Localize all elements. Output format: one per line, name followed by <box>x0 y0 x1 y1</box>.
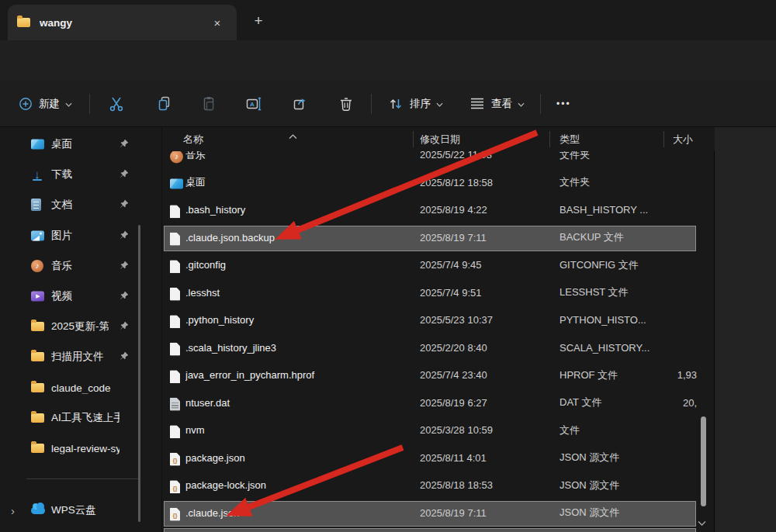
navigation-bar: ← → ↑ ›此电脑›本地磁盘 (C:)›用户›wangy› <box>0 40 776 81</box>
sidebar-item-icon <box>31 444 44 453</box>
file-icon <box>170 205 180 218</box>
scroll-down-icon[interactable] <box>698 515 706 529</box>
column-separator[interactable] <box>663 131 664 147</box>
sidebar-item[interactable]: 扫描用文件 <box>0 343 137 371</box>
file-row[interactable]: java_error_in_pycharm.hprof 2025/7/4 23:… <box>164 363 696 391</box>
file-row[interactable]: .claude.json 2025/8/19 7:11 JSON 源文件 <box>164 501 696 529</box>
sidebar-item-icon <box>31 352 44 361</box>
cut-button[interactable] <box>101 90 132 118</box>
file-row[interactable]: .gitconfig 2025/7/4 9:45 GITCONFIG 文件 <box>164 253 696 281</box>
file-row[interactable]: .bash_history 2025/8/19 4:22 BASH_HISTOR… <box>164 198 696 226</box>
file-list-scrollbar[interactable] <box>701 416 706 506</box>
sidebar-item-icon <box>31 140 44 150</box>
file-row[interactable]: .python_history 2025/5/23 10:37 PYTHON_H… <box>164 308 696 336</box>
command-toolbar: 新建 A 排序 查看 <box>0 81 776 127</box>
file-icon <box>170 453 180 466</box>
column-separator[interactable] <box>549 131 550 147</box>
sidebar-item[interactable]: claude_code <box>0 374 137 402</box>
file-row[interactable]: .claude.json.backup 2025/8/19 7:11 BACKU… <box>164 226 696 254</box>
folder-icon <box>17 18 30 27</box>
file-size <box>629 473 697 497</box>
column-header-name[interactable]: 名称 <box>183 127 203 151</box>
file-row[interactable]: package.json 2025/8/11 4:01 JSON 源文件 <box>164 446 696 474</box>
file-date: 2025/7/4 9:51 <box>420 281 552 305</box>
file-date: 2025/8/11 4:01 <box>420 446 552 470</box>
sidebar-item-icon <box>31 322 44 331</box>
sidebar-item[interactable]: 桌面 <box>0 130 137 158</box>
sidebar-item[interactable]: 图片 <box>0 222 137 250</box>
file-row[interactable]: 桌面 2025/8/12 18:58 文件夹 <box>164 171 696 199</box>
sidebar-item-icon <box>31 383 44 392</box>
file-icon <box>170 370 180 383</box>
sidebar-item-icon <box>31 260 43 272</box>
view-button[interactable]: 查看 <box>463 90 531 118</box>
new-button-label: 新建 <box>39 97 60 111</box>
paste-button[interactable] <box>193 90 224 118</box>
sidebar-item[interactable]: AI工具飞速上手 <box>0 404 137 432</box>
file-row[interactable]: nvm 2025/3/28 10:59 文件 <box>164 418 696 446</box>
main-content: › WPS云盘 桌面 下载 文档 图片 音乐 视频 2025更新-第 扫 <box>0 127 776 532</box>
view-button-label: 查看 <box>491 97 512 111</box>
sidebar-item-wps-cloud[interactable]: › WPS云盘 <box>0 496 147 524</box>
copy-button[interactable] <box>149 90 180 118</box>
file-size <box>629 226 697 250</box>
new-tab-button[interactable]: + <box>248 11 268 31</box>
view-icon <box>469 98 485 110</box>
file-name: .scala_history_jline3 <box>185 336 411 360</box>
pin-icon <box>120 289 129 303</box>
new-button[interactable]: 新建 <box>12 90 78 118</box>
sidebar-scrollbar[interactable] <box>138 225 140 522</box>
close-tab-icon[interactable]: × <box>207 12 227 33</box>
file-icon <box>170 315 180 328</box>
sort-icon <box>388 97 404 111</box>
sort-button[interactable]: 排序 <box>382 90 449 118</box>
file-row[interactable]: .scala_history_jline3 2025/2/20 8:40 SCA… <box>164 336 696 364</box>
file-date: 2025/7/4 23:40 <box>420 363 552 387</box>
wps-cloud-icon <box>31 507 45 514</box>
file-date: 2025/8/12 18:58 <box>420 171 552 195</box>
sidebar-divider <box>26 478 140 479</box>
file-row[interactable] <box>164 528 696 532</box>
sidebar-item-label: claude_code <box>51 382 111 393</box>
sidebar-item[interactable]: 视频 <box>0 282 137 310</box>
file-date: 2025/8/19 7:11 <box>420 226 552 250</box>
file-icon <box>170 398 180 411</box>
tab-wangy[interactable]: wangy × <box>8 5 237 40</box>
column-separator[interactable] <box>413 131 414 147</box>
file-date: 2025/8/19 7:11 <box>420 501 552 525</box>
file-icon <box>170 508 180 521</box>
sidebar-item-label: 图片 <box>51 229 72 243</box>
trash-icon <box>338 96 354 112</box>
file-row[interactable]: .lesshst 2025/7/4 9:51 LESSHST 文件 <box>164 281 696 309</box>
chevron-down-icon <box>436 102 443 107</box>
sidebar-item[interactable]: 音乐 <box>0 252 137 280</box>
pin-icon <box>120 168 129 181</box>
rename-button[interactable]: A <box>239 90 270 118</box>
file-row[interactable]: ntuser.dat 2025/8/19 6:27 DAT 文件 20, <box>164 391 696 419</box>
see-more-button[interactable]: ••• <box>550 90 577 118</box>
sidebar-item-label: WPS云盘 <box>51 503 96 517</box>
delete-button[interactable] <box>331 90 362 118</box>
file-date: 2025/7/4 9:45 <box>420 253 552 277</box>
file-name: ntuser.dat <box>185 391 411 415</box>
column-header-size[interactable]: 大小 <box>673 127 693 151</box>
file-size <box>629 253 697 277</box>
tab-bar: wangy × + <box>0 0 776 40</box>
file-icon <box>170 150 183 163</box>
column-header-type[interactable]: 类型 <box>559 127 580 151</box>
share-button[interactable] <box>285 90 316 118</box>
sidebar-item[interactable]: 下载 <box>0 161 137 188</box>
sidebar-item[interactable]: 文档 <box>0 191 137 219</box>
file-name: package.json <box>185 446 411 470</box>
sidebar-item[interactable]: legal-review-sy <box>0 434 137 462</box>
expand-chevron-icon[interactable]: › <box>11 504 15 517</box>
chevron-down-icon <box>65 102 72 107</box>
sidebar-item[interactable]: 2025更新-第 <box>0 313 137 340</box>
file-size <box>629 281 697 305</box>
file-name: .claude.json <box>185 501 411 525</box>
column-header-date[interactable]: 修改日期 <box>420 127 460 151</box>
file-icon <box>170 288 180 301</box>
file-row[interactable]: package-lock.json 2025/8/18 18:53 JSON 源… <box>164 473 696 501</box>
share-icon <box>293 96 309 112</box>
file-icon <box>170 179 183 189</box>
